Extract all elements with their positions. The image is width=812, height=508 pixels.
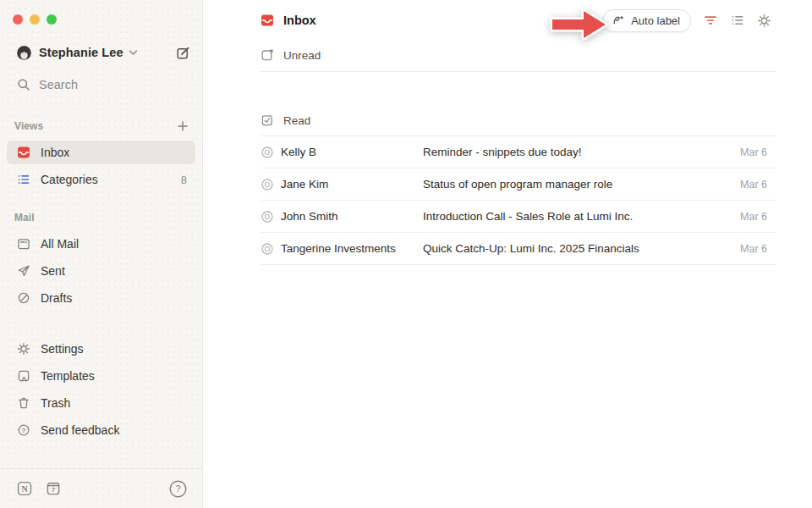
email-subject: Quick Catch-Up: Lumi Inc. 2025 Financial… bbox=[423, 242, 722, 255]
drafts-icon bbox=[17, 291, 30, 305]
sidebar-item-sent[interactable]: Sent bbox=[7, 259, 195, 283]
chevron-down-icon bbox=[129, 49, 138, 56]
email-sender: John Smith bbox=[281, 210, 423, 223]
user-name: Stephanie Lee bbox=[39, 46, 123, 59]
search-icon bbox=[17, 78, 30, 91]
email-sender: Jane Kim bbox=[281, 178, 423, 190]
all-mail-icon bbox=[17, 237, 30, 251]
sidebar-footer: N 7 ? bbox=[0, 468, 202, 508]
views-header-label: Views bbox=[14, 120, 43, 132]
sidebar-item-settings[interactable]: Settings bbox=[7, 337, 195, 361]
email-sender: Tangerine Investments bbox=[281, 242, 423, 255]
inbox-icon bbox=[261, 14, 274, 27]
divider bbox=[261, 71, 776, 72]
send-feedback-label: Send feedback bbox=[41, 423, 119, 437]
read-checkbox-icon bbox=[261, 113, 274, 127]
sidebar-item-drafts[interactable]: Drafts bbox=[7, 286, 195, 310]
sent-icon bbox=[17, 264, 30, 278]
mail-header-label: Mail bbox=[14, 212, 35, 224]
drafts-label: Drafts bbox=[41, 291, 72, 305]
email-date: Mar 6 bbox=[722, 179, 776, 190]
inbox-view: Inbox Auto label bbox=[203, 0, 812, 508]
all-mail-label: All Mail bbox=[41, 237, 79, 251]
sidebar-item-all-mail[interactable]: All Mail bbox=[7, 232, 195, 256]
compose-button[interactable] bbox=[176, 46, 190, 60]
svg-text:?: ? bbox=[22, 427, 26, 434]
trash-icon bbox=[17, 396, 30, 410]
sidebar-item-categories[interactable]: Categories 8 bbox=[7, 168, 195, 191]
email-sender: Kelly B bbox=[281, 146, 423, 158]
email-row[interactable]: John Smith Introduction Call - Sales Rol… bbox=[261, 201, 776, 233]
zoom-window-button[interactable] bbox=[47, 14, 57, 25]
svg-text:N: N bbox=[21, 484, 28, 494]
sidebar-item-send-feedback[interactable]: ? Send feedback bbox=[7, 418, 195, 442]
email-subject: Reminder - snippets due today! bbox=[423, 146, 722, 158]
avatar bbox=[17, 46, 31, 60]
close-window-button[interactable] bbox=[13, 14, 23, 25]
view-header: Inbox Auto label bbox=[261, 8, 776, 33]
read-label: Read bbox=[283, 114, 310, 127]
read-status-icon bbox=[261, 178, 281, 191]
sidebar: Stephanie Lee Searc bbox=[0, 0, 203, 508]
search-button[interactable]: Search bbox=[17, 75, 190, 95]
calendar-icon[interactable]: 7 bbox=[46, 481, 61, 496]
email-subject: Introduction Call - Sales Role at Lumi I… bbox=[423, 210, 722, 223]
read-section-header[interactable]: Read bbox=[261, 108, 776, 132]
notion-logo-icon[interactable]: N bbox=[17, 481, 32, 496]
templates-label: Templates bbox=[41, 369, 95, 383]
sidebar-item-templates[interactable]: Templates bbox=[7, 364, 195, 388]
minimize-window-button[interactable] bbox=[30, 14, 40, 25]
inbox-label: Inbox bbox=[41, 146, 69, 159]
help-icon[interactable]: ? bbox=[169, 480, 187, 498]
page-title: Inbox bbox=[283, 14, 316, 27]
sent-label: Sent bbox=[41, 264, 65, 278]
window-controls bbox=[13, 14, 202, 25]
add-view-button[interactable] bbox=[177, 120, 189, 132]
sidebar-item-inbox[interactable]: Inbox bbox=[7, 141, 195, 164]
email-row[interactable]: Tangerine Investments Quick Catch-Up: Lu… bbox=[261, 233, 776, 265]
list-view-icon[interactable] bbox=[730, 13, 745, 28]
header-actions: Auto label bbox=[602, 9, 771, 32]
auto-label-sparkle-icon bbox=[612, 14, 625, 27]
email-subject: Status of open program manager role bbox=[423, 178, 722, 190]
views-section-header: Views bbox=[14, 119, 189, 134]
unread-section-header[interactable]: Unread bbox=[261, 43, 776, 67]
settings-gear-icon[interactable] bbox=[757, 14, 771, 28]
sidebar-item-trash[interactable]: Trash bbox=[7, 391, 195, 415]
unread-label: Unread bbox=[283, 49, 321, 62]
email-date: Mar 6 bbox=[722, 146, 776, 158]
svg-text:?: ? bbox=[175, 483, 180, 494]
read-status-icon bbox=[261, 146, 281, 159]
read-status-icon bbox=[261, 242, 281, 256]
trash-label: Trash bbox=[41, 396, 70, 410]
mail-app-window: Stephanie Lee Searc bbox=[0, 0, 812, 508]
account-switcher[interactable]: Stephanie Lee bbox=[17, 42, 190, 63]
settings-label: Settings bbox=[41, 342, 84, 356]
categories-icon bbox=[17, 173, 30, 186]
mail-section-header: Mail bbox=[14, 210, 189, 225]
email-row[interactable]: Kelly B Reminder - snippets due today! M… bbox=[261, 136, 776, 168]
email-row[interactable]: Jane Kim Status of open program manager … bbox=[261, 168, 776, 201]
unread-icon bbox=[261, 48, 274, 62]
email-date: Mar 6 bbox=[722, 243, 776, 255]
feedback-question-icon: ? bbox=[17, 423, 30, 437]
inbox-icon bbox=[17, 146, 30, 159]
categories-label: Categories bbox=[41, 173, 98, 186]
templates-icon bbox=[17, 369, 30, 383]
categories-count-badge: 8 bbox=[181, 174, 187, 186]
compose-icon bbox=[176, 46, 190, 60]
read-status-icon bbox=[261, 210, 281, 224]
auto-label-button[interactable]: Auto label bbox=[602, 9, 691, 32]
auto-label-label: Auto label bbox=[631, 14, 680, 27]
svg-text:7: 7 bbox=[52, 486, 55, 494]
search-label: Search bbox=[39, 78, 78, 91]
gear-icon bbox=[17, 342, 30, 356]
email-date: Mar 6 bbox=[722, 211, 776, 223]
filter-icon[interactable] bbox=[703, 13, 718, 28]
